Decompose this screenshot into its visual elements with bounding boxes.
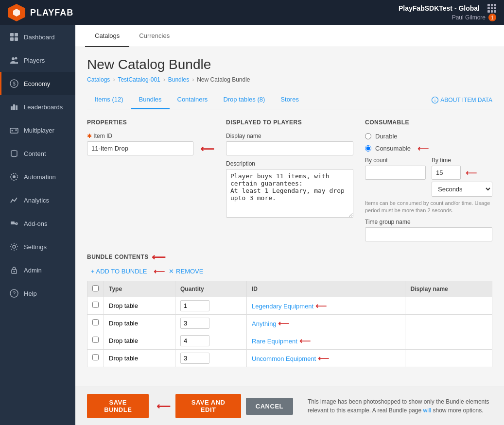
row-type-3: Drop table bbox=[104, 349, 175, 367]
sidebar-item-help[interactable]: ? Help bbox=[0, 282, 75, 305]
tab-bundles[interactable]: Bundles bbox=[131, 91, 170, 109]
consumable-section: CONSUMABLE Durable Consumable ⟵ By count bbox=[365, 119, 492, 241]
breadcrumb-catalogs[interactable]: Catalogs bbox=[87, 76, 110, 83]
sidebar-item-analytics[interactable]: Analytics bbox=[0, 188, 75, 212]
tab-stores[interactable]: Stores bbox=[273, 91, 307, 109]
select-all-checkbox[interactable] bbox=[92, 285, 99, 291]
sidebar-item-settings[interactable]: Settings bbox=[0, 235, 75, 258]
photoshop-link[interactable]: will bbox=[423, 407, 432, 414]
display-name-input[interactable] bbox=[226, 141, 353, 155]
svg-rect-11 bbox=[10, 128, 18, 133]
cancel-button[interactable]: CANCEL bbox=[246, 398, 293, 415]
breadcrumb-bundles[interactable]: Bundles bbox=[168, 76, 189, 83]
about-link-label: ABOUT ITEM DATA bbox=[440, 97, 492, 103]
description-label: Description bbox=[226, 160, 353, 167]
add-to-bundle-button[interactable]: + ADD TO BUNDLE bbox=[87, 266, 151, 277]
item-id-input[interactable] bbox=[87, 141, 193, 155]
sidebar-item-dashboard[interactable]: Dashboard bbox=[0, 25, 75, 49]
description-textarea[interactable]: Player buys 11 items, with certain guara… bbox=[226, 169, 353, 218]
tab-catalogs[interactable]: Catalogs bbox=[85, 25, 129, 47]
sidebar-item-content[interactable]: Content bbox=[0, 142, 75, 165]
svg-rect-8 bbox=[11, 106, 13, 110]
sidebar-item-automation[interactable]: Automation bbox=[0, 165, 75, 188]
svg-point-4 bbox=[12, 57, 15, 60]
players-icon bbox=[9, 55, 19, 65]
consumable-radio[interactable] bbox=[365, 145, 371, 152]
tab-drop-tables[interactable]: Drop tables (8) bbox=[215, 91, 273, 109]
by-time-input[interactable] bbox=[432, 166, 461, 180]
th-display-name: Display name bbox=[405, 281, 492, 297]
tab-items[interactable]: Items (12) bbox=[87, 91, 131, 109]
svg-rect-1 bbox=[15, 33, 18, 36]
save-and-edit-button[interactable]: SAVE AND EDIT bbox=[175, 394, 241, 418]
economy-icon: $ bbox=[9, 79, 19, 88]
row-id-2[interactable]: Rare Equipment ⟵ bbox=[247, 332, 405, 349]
displayed-to-players-section: DISPLAYED TO PLAYERS Display name Descri… bbox=[226, 119, 353, 241]
save-bundle-button[interactable]: SAVE BUNDLE bbox=[87, 394, 149, 418]
svg-rect-9 bbox=[13, 104, 15, 110]
remove-button[interactable]: ✕ REMOVE bbox=[165, 266, 207, 277]
table-row: Drop table Uncommon Equipment ⟵ bbox=[87, 349, 492, 367]
svg-rect-17 bbox=[11, 221, 15, 224]
th-type: Type bbox=[104, 281, 175, 297]
grid-icon[interactable] bbox=[487, 4, 496, 13]
row-id-1[interactable]: Anything ⟵ bbox=[247, 314, 405, 332]
svg-point-21 bbox=[14, 271, 15, 272]
svg-text:i: i bbox=[434, 98, 435, 103]
svg-point-12 bbox=[12, 130, 13, 132]
breadcrumb-current: New Catalog Bundle bbox=[197, 76, 250, 83]
sub-tabs: Items (12) Bundles Containers Drop table… bbox=[87, 91, 492, 109]
breadcrumb-testcatalog[interactable]: TestCatalog-001 bbox=[118, 76, 160, 83]
sidebar: Dashboard Players $ Economy bbox=[0, 25, 75, 425]
seconds-select[interactable]: Seconds Minutes Hours Days bbox=[432, 182, 492, 197]
time-group-input[interactable] bbox=[365, 227, 492, 241]
svg-rect-2 bbox=[10, 37, 14, 41]
row-checkbox-1[interactable] bbox=[92, 319, 99, 325]
sidebar-label-economy: Economy bbox=[24, 80, 50, 87]
row-display-name-1 bbox=[405, 314, 492, 332]
leaderboards-icon bbox=[9, 102, 19, 112]
sidebar-label-dashboard: Dashboard bbox=[24, 34, 55, 41]
by-time-label: By time bbox=[432, 157, 492, 164]
row-display-name-2 bbox=[405, 332, 492, 349]
displayed-to-players-label: DISPLAYED TO PLAYERS bbox=[226, 119, 353, 126]
durable-label: Durable bbox=[375, 133, 398, 140]
sidebar-item-multiplayer[interactable]: Multiplayer bbox=[0, 119, 75, 142]
row-id-0[interactable]: Legendary Equipment ⟵ bbox=[247, 297, 405, 314]
row-qty-3[interactable] bbox=[180, 353, 209, 364]
sidebar-item-economy[interactable]: $ Economy bbox=[0, 72, 75, 95]
sidebar-label-help: Help bbox=[24, 290, 37, 297]
sidebar-item-leaderboards[interactable]: Leaderboards bbox=[0, 95, 75, 119]
row-checkbox-0[interactable] bbox=[92, 302, 99, 308]
sidebar-label-multiplayer: Multiplayer bbox=[24, 127, 54, 134]
sidebar-item-players[interactable]: Players bbox=[0, 49, 75, 72]
svg-rect-14 bbox=[16, 129, 17, 131]
row-qty-0[interactable] bbox=[180, 300, 209, 311]
th-checkbox bbox=[87, 281, 104, 297]
row-checkbox-3[interactable] bbox=[92, 354, 99, 360]
footer-bar: SAVE BUNDLE ⟵ SAVE AND EDIT CANCEL This … bbox=[75, 387, 504, 425]
row-checkbox-2[interactable] bbox=[92, 337, 99, 343]
row-qty-1[interactable] bbox=[180, 318, 209, 329]
tab-currencies[interactable]: Currencies bbox=[129, 25, 179, 47]
header-user: Paul Gilmore 1 bbox=[452, 14, 496, 21]
notification-badge[interactable]: 1 bbox=[488, 14, 496, 21]
row-id-3[interactable]: Uncommon Equipment ⟵ bbox=[247, 349, 405, 367]
bundle-contents: BUNDLE CONTENTS ⟵ + ADD TO BUNDLE ⟵ ✕ RE… bbox=[87, 251, 492, 367]
by-count-input[interactable] bbox=[365, 166, 426, 180]
durable-radio[interactable] bbox=[365, 133, 371, 139]
about-item-data-link[interactable]: i ABOUT ITEM DATA bbox=[432, 97, 492, 103]
content-area: Catalogs Currencies New Catalog Bundle C… bbox=[75, 25, 504, 425]
consumable-label: CONSUMABLE bbox=[365, 119, 492, 126]
photoshop-text-2: show more options. bbox=[431, 407, 483, 414]
sidebar-item-admin[interactable]: Admin bbox=[0, 258, 75, 282]
bundle-actions: + ADD TO BUNDLE ⟵ ✕ REMOVE bbox=[87, 266, 492, 277]
table-row: Drop table Anything ⟵ bbox=[87, 314, 492, 332]
table-header-row: Type Quantity ID Display name bbox=[87, 281, 492, 297]
tab-containers[interactable]: Containers bbox=[170, 91, 216, 109]
display-name-label: Display name bbox=[226, 133, 353, 139]
required-star: ✱ bbox=[87, 133, 93, 139]
row-qty-2[interactable] bbox=[180, 335, 209, 346]
svg-rect-0 bbox=[10, 33, 14, 36]
sidebar-item-addons[interactable]: Add-ons bbox=[0, 212, 75, 235]
